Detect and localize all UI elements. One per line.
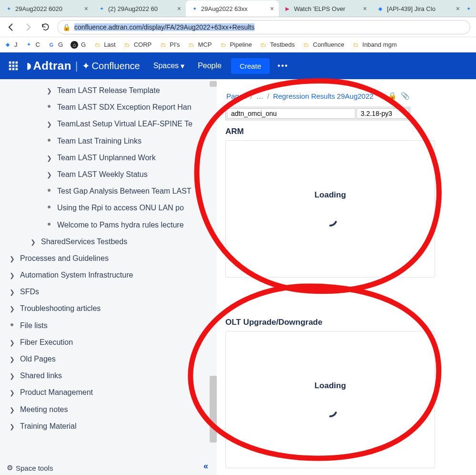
nav-people[interactable]: People <box>191 52 228 79</box>
tree-item[interactable]: •Welcome to Pams hydra rules lecture <box>0 217 217 233</box>
bookmark-item[interactable]: ◆J <box>4 41 18 49</box>
tree-item-label: Old Pages <box>16 353 56 364</box>
app-switcher-button[interactable] <box>0 52 27 79</box>
tree-item[interactable]: •Team Last Training Links <box>0 133 217 149</box>
tree-item-label: Team LAST Weekly Status <box>53 169 148 180</box>
browser-tab-overflow[interactable]: ✦ <box>465 0 474 17</box>
tree-item[interactable]: ❯Fiber Execution <box>0 334 217 351</box>
attachments-icon[interactable]: 📎 <box>401 92 410 100</box>
tree-item[interactable]: ❯SFDs <box>0 283 217 300</box>
nav-label: Spaces <box>153 62 179 70</box>
table-cell: 3.2.18-py3 <box>356 108 409 119</box>
confluence-icon: ✦ <box>465 5 472 12</box>
bullet-icon: • <box>45 202 53 213</box>
tree-item[interactable]: ❯Shared links <box>0 367 217 384</box>
tree-item[interactable]: ❯Automation System Infrastructure <box>0 267 217 283</box>
loading-label: Loading <box>314 190 346 200</box>
tree-item-label: Team LAST SDX Exception Report Han <box>53 102 192 113</box>
more-button[interactable]: ••• <box>273 57 293 74</box>
bullet-icon: • <box>45 186 53 196</box>
breadcrumb-current[interactable]: Regression Results 29Aug2022 <box>273 92 374 100</box>
tree-item[interactable]: •Team LAST SDX Exception Report Han <box>0 99 217 115</box>
space-tools-button[interactable]: ⚙ Space tools <box>7 464 53 472</box>
browser-tab[interactable]: ▶ Watch 'ELPS Over × <box>279 0 372 17</box>
tree-item[interactable]: ❯Meeting notes <box>0 401 217 418</box>
chevron-right-icon: ❯ <box>45 85 53 96</box>
breadcrumb-ellipsis[interactable]: … <box>256 92 263 100</box>
browser-tab[interactable]: ◆ [API-439] Jira Clo × <box>372 0 465 17</box>
restrictions-icon[interactable]: 🔒 <box>388 92 397 100</box>
create-button[interactable]: Create <box>231 58 270 74</box>
tree-item[interactable]: ❯Team LAST Release Template <box>0 82 217 99</box>
tree-item[interactable]: ❯Product Management <box>0 384 217 401</box>
chevron-right-icon: ❯ <box>8 387 16 398</box>
bookmark-item[interactable]: ⌂G <box>71 41 86 49</box>
tree-item[interactable]: ❯Old Pages <box>0 351 217 367</box>
scrollbar-thumb[interactable] <box>210 376 217 443</box>
chevron-right-icon: ❯ <box>8 404 16 415</box>
tree-item[interactable]: ❯Team LAST Weekly Status <box>0 166 217 183</box>
nav-spaces[interactable]: Spaces ▾ <box>147 52 191 79</box>
page-tree: ❯Team LAST Release Template•Team LAST SD… <box>0 79 217 444</box>
close-icon[interactable]: × <box>363 5 367 12</box>
tree-item[interactable]: •Test Gap Analysis Between Team LAST <box>0 183 217 199</box>
svg-rect-3 <box>9 65 11 67</box>
close-icon[interactable]: × <box>84 5 88 12</box>
browser-tab[interactable]: ✦ (2) 29Aug2022 60 × <box>93 0 186 17</box>
tree-item-label: File lists <box>16 320 48 331</box>
breadcrumb-root[interactable]: Pages <box>226 92 247 100</box>
tree-item[interactable]: ❯SharedServices Testbeds <box>0 233 217 250</box>
bookmark-folder[interactable]: 🗀Testbeds <box>260 41 295 49</box>
tree-item-label: Training Material <box>16 421 77 432</box>
tree-item[interactable]: •Using the Rpi to access ONU LAN po <box>0 199 217 216</box>
space-tools-label: Space tools <box>16 464 53 472</box>
forward-button[interactable] <box>23 22 33 32</box>
confluence-header: ◗ Adtran | ✦ Confluence Spaces ▾ People … <box>0 52 476 79</box>
tree-item[interactable]: •File lists <box>0 317 217 334</box>
github-icon: ⌂ <box>71 41 78 49</box>
package-table: adtn_omci_onu 3.2.18-py3 <box>225 107 410 120</box>
tree-item-label: Troubleshooting articles <box>16 303 101 314</box>
bookmark-folder[interactable]: 🗀Pipeline <box>219 41 252 49</box>
bookmark-folder[interactable]: 🗀MCP <box>188 41 212 49</box>
bookmark-folder[interactable]: 🗀CORP <box>123 41 152 49</box>
lock-icon: 🔒 <box>62 23 71 31</box>
close-icon[interactable]: × <box>270 5 274 12</box>
address-bar[interactable]: 🔒 confluence.adtran.com/display/FA/29Aug… <box>57 20 470 34</box>
table-row: adtn_omci_onu 3.2.18-py3 <box>227 108 409 119</box>
bookmark-folder[interactable]: 🗀PI's <box>159 41 180 49</box>
confluence-icon: ✦ <box>25 41 33 49</box>
back-button[interactable] <box>6 22 16 32</box>
chevron-right-icon: ❯ <box>8 370 16 381</box>
reload-button[interactable] <box>40 22 51 32</box>
folder-icon: 🗀 <box>93 41 101 49</box>
bookmark-item[interactable]: ✦C <box>25 41 40 49</box>
close-icon[interactable]: × <box>177 5 181 12</box>
tree-item[interactable]: ❯TeamLast Setup Virtual LEAF-SPINE Te <box>0 115 217 132</box>
tree-item[interactable]: ❯Team LAST Unplanned Work <box>0 149 217 166</box>
browser-tab-active[interactable]: ✦ 29Aug2022 63xx × <box>186 0 279 17</box>
collapse-sidebar-button[interactable]: « <box>203 461 208 471</box>
bookmark-item[interactable]: GG <box>48 41 63 49</box>
folder-icon: 🗀 <box>219 41 227 49</box>
tree-item[interactable]: ❯Training Material <box>0 418 217 434</box>
adtran-logo[interactable]: ◗ Adtran <box>27 59 71 72</box>
tree-item[interactable]: ❯Troubleshooting articles <box>0 300 217 317</box>
bookmark-label: G <box>58 41 63 48</box>
svg-rect-5 <box>16 65 18 67</box>
tree-item[interactable]: ❯Processes and Guidelines <box>0 250 217 267</box>
chevron-right-icon: ❯ <box>8 253 16 264</box>
bookmark-folder[interactable]: 🗀Confluence <box>303 41 344 49</box>
breadcrumb: Pages / … / Regression Results 29Aug2022… <box>226 92 410 100</box>
confluence-logo[interactable]: ✦ Confluence <box>82 60 140 72</box>
scrollbar-thumb[interactable] <box>210 81 217 87</box>
browser-tab[interactable]: ✦ 29Aug2022 6020 × <box>0 0 93 17</box>
close-icon[interactable]: × <box>456 5 460 12</box>
chevron-right-icon: ❯ <box>45 152 53 163</box>
bookmark-label: CORP <box>134 41 152 48</box>
bookmark-folder[interactable]: 🗀Inband mgm <box>352 41 397 49</box>
tab-title: (2) 29Aug2022 60 <box>108 5 158 12</box>
bookmark-folder[interactable]: 🗀Last <box>93 41 116 49</box>
bookmark-label: PI's <box>170 41 180 48</box>
tree-item-label: SharedServices Testbeds <box>37 236 127 247</box>
